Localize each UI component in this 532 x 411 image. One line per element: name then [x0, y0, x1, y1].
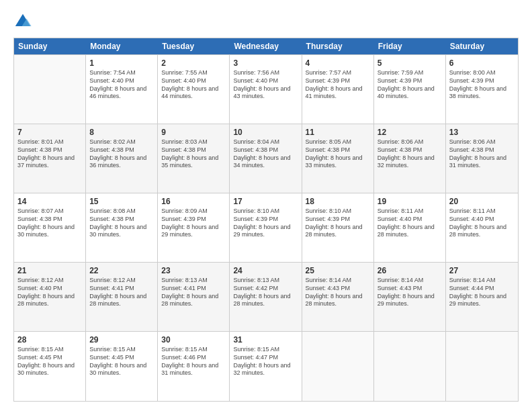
cell-info: Sunrise: 8:14 AM Sunset: 4:43 PM Dayligh… — [306, 277, 370, 308]
cell-day-number: 9 — [161, 127, 226, 138]
calendar-cell-empty — [14, 55, 86, 124]
calendar-cell-empty — [374, 332, 446, 401]
cell-day-number: 24 — [233, 265, 298, 276]
cell-day-number: 23 — [161, 265, 226, 276]
calendar-cell-8: 8Sunrise: 8:02 AM Sunset: 4:38 PM Daylig… — [86, 124, 158, 193]
cell-info: Sunrise: 8:13 AM Sunset: 4:41 PM Dayligh… — [161, 277, 226, 308]
calendar-cell-24: 24Sunrise: 8:13 AM Sunset: 4:42 PM Dayli… — [230, 263, 302, 331]
cell-info: Sunrise: 8:09 AM Sunset: 4:39 PM Dayligh… — [161, 208, 226, 239]
cell-info: Sunrise: 8:00 AM Sunset: 4:39 PM Dayligh… — [449, 69, 515, 101]
cell-info: Sunrise: 8:15 AM Sunset: 4:46 PM Dayligh… — [161, 346, 226, 377]
calendar-cell-20: 20Sunrise: 8:11 AM Sunset: 4:40 PM Dayli… — [446, 193, 518, 262]
cell-day-number: 6 — [449, 58, 515, 68]
calendar-row-3: 21Sunrise: 8:12 AM Sunset: 4:40 PM Dayli… — [14, 263, 518, 332]
cell-day-number: 5 — [378, 58, 442, 68]
calendar-cell-28: 28Sunrise: 8:15 AM Sunset: 4:45 PM Dayli… — [14, 332, 86, 401]
cell-info: Sunrise: 8:15 AM Sunset: 4:45 PM Dayligh… — [17, 346, 82, 377]
cell-day-number: 13 — [449, 127, 515, 138]
calendar-cell-17: 17Sunrise: 8:10 AM Sunset: 4:39 PM Dayli… — [230, 193, 302, 262]
calendar-cell-16: 16Sunrise: 8:09 AM Sunset: 4:39 PM Dayli… — [158, 193, 230, 262]
cell-day-number: 19 — [378, 196, 442, 207]
page: SundayMondayTuesdayWednesdayThursdayFrid… — [0, 0, 532, 411]
header — [13, 12, 519, 31]
header-day-sunday: Sunday — [14, 38, 86, 54]
cell-info: Sunrise: 8:06 AM Sunset: 4:38 PM Dayligh… — [449, 138, 515, 170]
cell-day-number: 8 — [89, 127, 154, 138]
cell-info: Sunrise: 8:06 AM Sunset: 4:38 PM Dayligh… — [378, 138, 442, 170]
cell-day-number: 27 — [449, 265, 515, 276]
calendar-cell-12: 12Sunrise: 8:06 AM Sunset: 4:38 PM Dayli… — [374, 124, 446, 193]
cell-day-number: 3 — [233, 58, 298, 68]
calendar-cell-11: 11Sunrise: 8:05 AM Sunset: 4:38 PM Dayli… — [302, 124, 374, 193]
cell-day-number: 12 — [378, 127, 442, 138]
calendar-cell-23: 23Sunrise: 8:13 AM Sunset: 4:41 PM Dayli… — [158, 263, 230, 331]
calendar-cell-27: 27Sunrise: 8:14 AM Sunset: 4:44 PM Dayli… — [446, 263, 518, 331]
cell-day-number: 26 — [378, 265, 442, 276]
header-day-thursday: Thursday — [302, 38, 374, 54]
cell-day-number: 4 — [306, 58, 370, 68]
calendar-cell-30: 30Sunrise: 8:15 AM Sunset: 4:46 PM Dayli… — [158, 332, 230, 401]
cell-day-number: 11 — [306, 127, 370, 138]
calendar-cell-26: 26Sunrise: 8:14 AM Sunset: 4:43 PM Dayli… — [374, 263, 446, 331]
cell-day-number: 25 — [306, 265, 370, 276]
cell-info: Sunrise: 8:12 AM Sunset: 4:40 PM Dayligh… — [17, 277, 82, 308]
calendar-cell-7: 7Sunrise: 8:01 AM Sunset: 4:38 PM Daylig… — [14, 124, 86, 193]
cell-info: Sunrise: 7:59 AM Sunset: 4:39 PM Dayligh… — [378, 69, 442, 101]
calendar-cell-25: 25Sunrise: 8:14 AM Sunset: 4:43 PM Dayli… — [302, 263, 374, 331]
calendar-cell-13: 13Sunrise: 8:06 AM Sunset: 4:38 PM Dayli… — [446, 124, 518, 193]
calendar-cell-29: 29Sunrise: 8:15 AM Sunset: 4:45 PM Dayli… — [86, 332, 158, 401]
cell-info: Sunrise: 8:13 AM Sunset: 4:42 PM Dayligh… — [233, 277, 298, 308]
cell-day-number: 29 — [89, 334, 154, 345]
calendar-cell-10: 10Sunrise: 8:04 AM Sunset: 4:38 PM Dayli… — [230, 124, 302, 193]
calendar-row-4: 28Sunrise: 8:15 AM Sunset: 4:45 PM Dayli… — [14, 332, 518, 401]
cell-info: Sunrise: 8:14 AM Sunset: 4:43 PM Dayligh… — [378, 277, 442, 308]
calendar-cell-5: 5Sunrise: 7:59 AM Sunset: 4:39 PM Daylig… — [374, 55, 446, 124]
cell-info: Sunrise: 8:08 AM Sunset: 4:38 PM Dayligh… — [89, 208, 154, 239]
cell-info: Sunrise: 8:10 AM Sunset: 4:39 PM Dayligh… — [233, 208, 298, 239]
calendar-cell-21: 21Sunrise: 8:12 AM Sunset: 4:40 PM Dayli… — [14, 263, 86, 331]
cell-info: Sunrise: 7:56 AM Sunset: 4:40 PM Dayligh… — [233, 69, 298, 101]
calendar-body: 1Sunrise: 7:54 AM Sunset: 4:40 PM Daylig… — [14, 54, 518, 401]
calendar-cell-6: 6Sunrise: 8:00 AM Sunset: 4:39 PM Daylig… — [446, 55, 518, 124]
calendar-cell-15: 15Sunrise: 8:08 AM Sunset: 4:38 PM Dayli… — [86, 193, 158, 262]
calendar-cell-4: 4Sunrise: 7:57 AM Sunset: 4:39 PM Daylig… — [302, 55, 374, 124]
calendar-cell-14: 14Sunrise: 8:07 AM Sunset: 4:38 PM Dayli… — [14, 193, 86, 262]
cell-info: Sunrise: 8:07 AM Sunset: 4:38 PM Dayligh… — [17, 208, 82, 239]
header-day-tuesday: Tuesday — [158, 38, 230, 54]
cell-info: Sunrise: 8:03 AM Sunset: 4:38 PM Dayligh… — [161, 138, 226, 170]
calendar-cell-empty — [446, 332, 518, 401]
calendar: SundayMondayTuesdayWednesdayThursdayFrid… — [13, 38, 519, 402]
calendar-cell-18: 18Sunrise: 8:10 AM Sunset: 4:39 PM Dayli… — [302, 193, 374, 262]
cell-info: Sunrise: 8:02 AM Sunset: 4:38 PM Dayligh… — [89, 138, 154, 170]
cell-day-number: 14 — [17, 196, 82, 207]
cell-day-number: 17 — [233, 196, 298, 207]
cell-info: Sunrise: 7:54 AM Sunset: 4:40 PM Dayligh… — [89, 69, 154, 101]
cell-day-number: 18 — [306, 196, 370, 207]
header-day-friday: Friday — [374, 38, 446, 54]
cell-info: Sunrise: 8:11 AM Sunset: 4:40 PM Dayligh… — [449, 208, 515, 239]
cell-day-number: 2 — [161, 58, 226, 68]
cell-day-number: 10 — [233, 127, 298, 138]
cell-day-number: 7 — [17, 127, 82, 138]
cell-info: Sunrise: 8:11 AM Sunset: 4:40 PM Dayligh… — [378, 208, 442, 239]
cell-day-number: 28 — [17, 334, 82, 345]
cell-info: Sunrise: 8:15 AM Sunset: 4:47 PM Dayligh… — [233, 346, 298, 377]
logo-icon — [13, 12, 32, 31]
logo — [13, 12, 34, 31]
calendar-row-2: 14Sunrise: 8:07 AM Sunset: 4:38 PM Dayli… — [14, 193, 518, 263]
cell-day-number: 15 — [89, 196, 154, 207]
cell-info: Sunrise: 8:14 AM Sunset: 4:44 PM Dayligh… — [449, 277, 515, 308]
cell-day-number: 16 — [161, 196, 226, 207]
calendar-cell-9: 9Sunrise: 8:03 AM Sunset: 4:38 PM Daylig… — [158, 124, 230, 193]
cell-day-number: 22 — [89, 265, 154, 276]
cell-day-number: 30 — [161, 334, 226, 345]
cell-day-number: 1 — [89, 58, 154, 68]
calendar-cell-22: 22Sunrise: 8:12 AM Sunset: 4:41 PM Dayli… — [86, 263, 158, 331]
cell-info: Sunrise: 7:55 AM Sunset: 4:40 PM Dayligh… — [161, 69, 226, 101]
calendar-cell-1: 1Sunrise: 7:54 AM Sunset: 4:40 PM Daylig… — [86, 55, 158, 124]
header-day-saturday: Saturday — [446, 38, 518, 54]
cell-info: Sunrise: 8:15 AM Sunset: 4:45 PM Dayligh… — [89, 346, 154, 377]
header-day-monday: Monday — [86, 38, 158, 54]
calendar-cell-empty — [302, 332, 374, 401]
cell-day-number: 20 — [449, 196, 515, 207]
